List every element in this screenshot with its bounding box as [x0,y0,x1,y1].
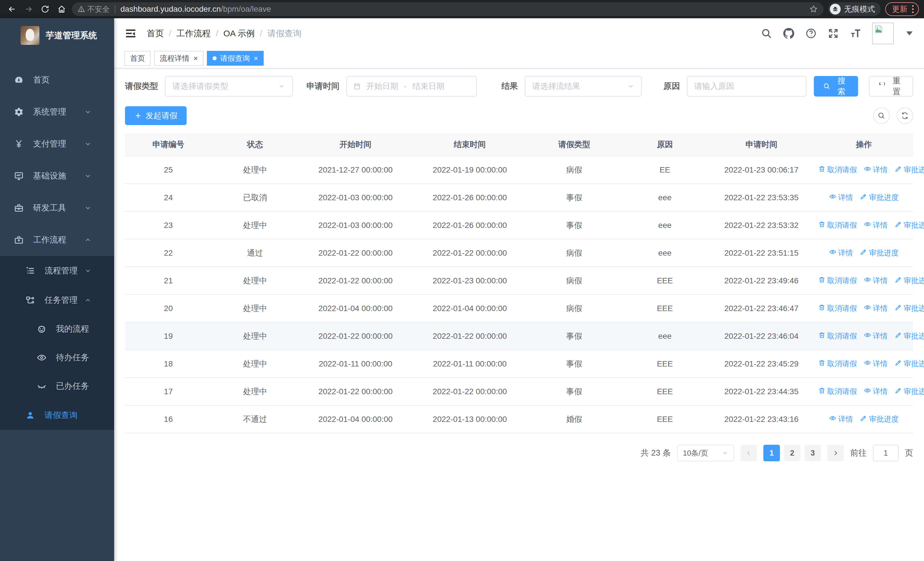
action-label: 详情 [873,331,888,341]
end-date-placeholder: 结束日期 [412,81,444,92]
search-button[interactable]: 搜索 [814,76,858,96]
column-header: 结束时间 [412,133,527,156]
fullscreen-icon[interactable] [828,28,839,39]
approval-progress-link[interactable]: 审批进度 [860,248,898,258]
approval-progress-link[interactable]: 审批进度 [895,359,924,369]
yen-icon [14,139,24,149]
cancel-leave-link[interactable]: 取消请假 [818,303,857,313]
approval-progress-link[interactable]: 审批进度 [895,165,924,175]
reset-button[interactable]: 重置 [869,76,913,96]
sidebar-item-首页[interactable]: 首页 [0,64,114,96]
sidebar-item-已办任务[interactable]: 已办任务 [0,372,114,400]
page-button-3[interactable]: 3 [804,445,821,461]
approval-progress-link[interactable]: 审批进度 [895,331,924,341]
prev-page-button[interactable] [741,445,757,461]
refresh-table-button[interactable] [897,107,913,124]
detail-link[interactable]: 详情 [864,220,888,230]
pen-icon [895,331,902,341]
action-label: 取消请假 [827,331,857,341]
detail-link[interactable]: 详情 [864,165,888,175]
chevron-down-icon [83,204,93,212]
sidebar-item-系统管理[interactable]: 系统管理 [0,96,114,128]
close-tab-icon[interactable]: × [194,54,198,62]
sidebar-item-请假查询[interactable]: 请假查询 [0,400,114,430]
apply-time-range[interactable]: 开始日期 - 结束日期 [346,76,477,96]
breadcrumb-item[interactable]: 工作流程 [176,28,211,39]
result-select[interactable]: 请选择流结果 [525,76,642,96]
security-status[interactable]: 不安全 [78,4,110,14]
sidebar-item-流程管理[interactable]: 流程管理 [0,256,114,285]
page-size-select[interactable]: 10条/页 [677,445,734,461]
cancel-leave-link[interactable]: 取消请假 [818,331,857,341]
detail-link[interactable]: 详情 [864,359,888,369]
approval-progress-link[interactable]: 审批进度 [860,193,898,203]
breadcrumb-item[interactable]: 首页 [147,28,164,39]
sidebar-item-支付管理[interactable]: 支付管理 [0,128,114,160]
toggle-search-button[interactable] [873,107,890,124]
github-icon[interactable] [783,28,795,39]
cell-type: 事假 [527,350,621,378]
detail-link[interactable]: 详情 [864,331,888,341]
action-label: 取消请假 [827,387,857,397]
detail-link[interactable]: 详情 [864,387,888,397]
detail-link[interactable]: 详情 [864,303,888,313]
back-icon[interactable] [5,2,19,16]
pen-icon [860,248,867,258]
address-bar[interactable]: 不安全 dashboard.yudao.iocoder.cn/bpm/oa/le… [72,2,824,16]
cancel-leave-link[interactable]: 取消请假 [818,165,857,175]
approval-progress-link[interactable]: 审批进度 [895,387,924,397]
action-label: 取消请假 [827,303,857,313]
cell-end: 2022-01-22 00:00:00 [412,378,527,405]
sidebar-item-我的流程[interactable]: 我的流程 [0,315,114,343]
page-button-2[interactable]: 2 [784,445,801,461]
avatar[interactable] [872,23,894,44]
home-icon[interactable] [55,2,69,16]
cancel-leave-link[interactable]: 取消请假 [818,359,857,369]
browser-menu-icon[interactable] [912,5,914,13]
bookmark-star-icon[interactable] [809,5,818,14]
next-page-button[interactable] [827,445,844,461]
sidebar-item-任务管理[interactable]: 任务管理 [0,285,114,315]
tab-请假查询[interactable]: 请假查询× [207,51,264,66]
close-tab-icon[interactable]: × [254,54,258,62]
detail-link[interactable]: 详情 [864,276,888,286]
action-label: 详情 [838,414,853,424]
approval-progress-link[interactable]: 审批进度 [895,303,924,313]
create-leave-button[interactable]: 发起请假 [125,106,187,125]
update-button[interactable]: 更新 [885,2,919,16]
cell-status: 通过 [212,239,298,267]
search-icon[interactable] [761,28,772,39]
help-icon[interactable] [805,28,817,39]
sidebar-item-工作流程[interactable]: 工作流程 [0,224,114,256]
sidebar-item-基础设施[interactable]: 基础设施 [0,160,114,192]
tab-首页[interactable]: 首页 [124,51,151,66]
cancel-leave-link[interactable]: 取消请假 [818,220,857,230]
avatar-dropdown-icon[interactable] [906,32,913,35]
tab-流程详情[interactable]: 流程详情× [154,51,204,66]
cancel-leave-link[interactable]: 取消请假 [818,276,857,286]
page-button-1[interactable]: 1 [764,445,780,461]
sidebar-item-label: 任务管理 [45,295,78,306]
breadcrumb-item[interactable]: OA 示例 [224,28,255,39]
detail-link[interactable]: 详情 [829,248,853,258]
reload-icon[interactable] [38,2,52,16]
font-size-icon[interactable] [850,28,861,39]
detail-link[interactable]: 详情 [829,414,853,424]
approval-progress-link[interactable]: 审批进度 [860,414,898,424]
cancel-leave-link[interactable]: 取消请假 [818,387,857,397]
leave-type-select[interactable]: 请选择请假类型 [165,76,293,96]
collapse-sidebar-icon[interactable] [124,27,137,40]
cell-status: 处理中 [212,350,298,378]
sidebar-item-研发工具[interactable]: 研发工具 [0,192,114,224]
cell-status: 处理中 [212,267,298,295]
approval-progress-link[interactable]: 审批进度 [895,220,924,230]
app-logo [21,26,39,45]
cell-actions: 取消请假详情审批进度 [815,322,913,350]
sidebar-item-待办任务[interactable]: 待办任务 [0,343,114,372]
action-label: 审批进度 [869,193,898,203]
forward-icon[interactable] [22,2,35,16]
reason-input[interactable] [694,82,799,91]
detail-link[interactable]: 详情 [829,193,853,203]
goto-page-input[interactable] [873,445,898,461]
approval-progress-link[interactable]: 审批进度 [895,276,924,286]
